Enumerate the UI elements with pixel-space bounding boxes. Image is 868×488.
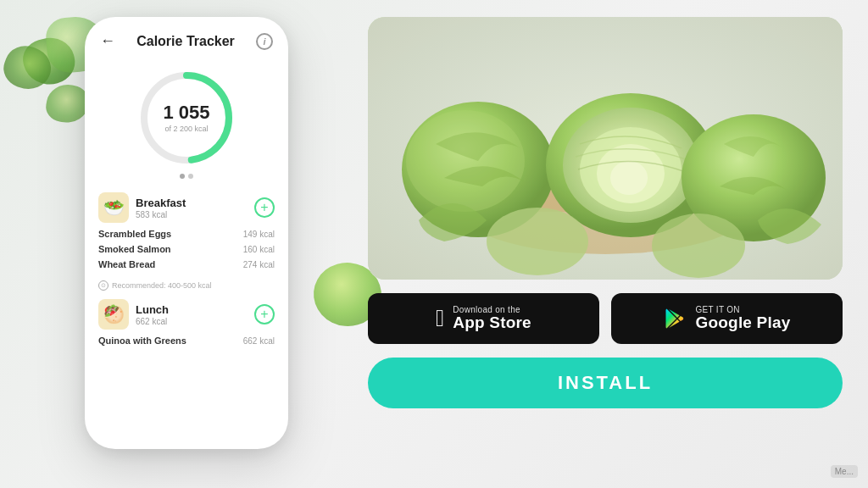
lunch-info: Lunch 662 kcal bbox=[136, 303, 169, 326]
lunch-name: Lunch bbox=[136, 303, 169, 316]
googleplay-top-line: GET IT ON bbox=[695, 305, 790, 314]
veggie-photo bbox=[368, 17, 843, 280]
appstore-button[interactable]:  Download on the App Store bbox=[368, 293, 599, 344]
phone-header: ← Calorie Tracker i bbox=[85, 17, 288, 58]
googleplay-bottom-line: Google Play bbox=[695, 314, 790, 332]
food-kcal-scrambled-eggs: 149 kcal bbox=[243, 230, 275, 239]
recommended-text: ⊙ Recommended: 400-500 kcal bbox=[85, 275, 288, 296]
calorie-text: 1 055 of 2 200 kcal bbox=[163, 103, 209, 133]
page-dots bbox=[180, 174, 193, 179]
breakfast-kcal: 583 kcal bbox=[136, 210, 186, 219]
recommended-icon: ⊙ bbox=[98, 280, 108, 291]
appstore-top-line: Download on the bbox=[453, 305, 531, 314]
lunch-add-button[interactable]: + bbox=[254, 304, 275, 324]
watermark: Me... bbox=[831, 465, 858, 478]
lunch-icon: 🥙 bbox=[98, 299, 129, 330]
breakfast-add-button[interactable]: + bbox=[254, 197, 275, 218]
food-kcal-wheat-bread: 274 kcal bbox=[243, 260, 275, 269]
breakfast-section: 🥗 Breakfast 583 kcal + Scrambled Eggs 14… bbox=[85, 186, 288, 275]
info-button[interactable]: i bbox=[256, 33, 273, 50]
breakfast-name: Breakfast bbox=[136, 197, 186, 209]
breakfast-info-row: 🥗 Breakfast 583 kcal bbox=[98, 192, 186, 223]
food-item-quinoa: Quinoa with Greens 662 kcal bbox=[98, 333, 275, 348]
food-item-scrambled-eggs: Scrambled Eggs 149 kcal bbox=[98, 226, 275, 241]
breakfast-header: 🥗 Breakfast 583 kcal + bbox=[98, 192, 275, 223]
breakfast-info: Breakfast 583 kcal bbox=[136, 197, 186, 219]
install-button[interactable]: INSTALL bbox=[368, 358, 843, 408]
googleplay-button[interactable]: GET IT ON Google Play bbox=[611, 293, 843, 344]
food-kcal-smoked-salmon: 160 kcal bbox=[243, 245, 275, 254]
food-item-smoked-salmon: Smoked Salmon 160 kcal bbox=[98, 241, 275, 257]
breakfast-icon: 🥗 bbox=[98, 192, 129, 223]
lunch-header: 🥙 Lunch 662 kcal + bbox=[98, 299, 275, 330]
apple-icon:  bbox=[436, 305, 444, 332]
lunch-info-row: 🥙 Lunch 662 kcal bbox=[98, 299, 169, 330]
calorie-progress-circle: 1 055 of 2 200 kcal bbox=[136, 67, 237, 169]
dot-2 bbox=[188, 174, 193, 179]
svg-rect-16 bbox=[368, 17, 843, 280]
phone-mockup: ← Calorie Tracker i 1 055 of 2 200 kcal bbox=[68, 17, 305, 474]
googleplay-text: GET IT ON Google Play bbox=[695, 305, 790, 332]
back-button[interactable]: ← bbox=[100, 32, 115, 50]
food-item-wheat-bread: Wheat Bread 274 kcal bbox=[98, 257, 275, 272]
background: ← Calorie Tracker i 1 055 of 2 200 kcal bbox=[0, 0, 868, 488]
right-panel:  Download on the App Store bbox=[368, 17, 843, 471]
app-title: Calorie Tracker bbox=[136, 34, 235, 49]
calorie-current: 1 055 bbox=[163, 103, 209, 123]
phone-screen: ← Calorie Tracker i 1 055 of 2 200 kcal bbox=[85, 17, 288, 449]
food-name-wheat-bread: Wheat Bread bbox=[98, 259, 155, 269]
google-play-icon bbox=[663, 307, 687, 330]
appstore-text: Download on the App Store bbox=[453, 305, 531, 332]
lunch-section: 🥙 Lunch 662 kcal + Quinoa with Greens 66… bbox=[85, 296, 288, 352]
store-buttons-container:  Download on the App Store bbox=[368, 293, 843, 344]
calorie-goal: of 2 200 kcal bbox=[163, 125, 209, 133]
calorie-circle-section: 1 055 of 2 200 kcal bbox=[85, 58, 288, 186]
food-name-scrambled-eggs: Scrambled Eggs bbox=[98, 229, 171, 239]
food-kcal-quinoa: 662 kcal bbox=[243, 336, 275, 346]
lunch-kcal: 662 kcal bbox=[136, 317, 169, 326]
dot-1 bbox=[180, 174, 185, 179]
food-name-smoked-salmon: Smoked Salmon bbox=[98, 244, 171, 254]
appstore-bottom-line: App Store bbox=[453, 314, 531, 332]
food-name-quinoa: Quinoa with Greens bbox=[98, 336, 186, 346]
install-label: INSTALL bbox=[558, 372, 653, 394]
